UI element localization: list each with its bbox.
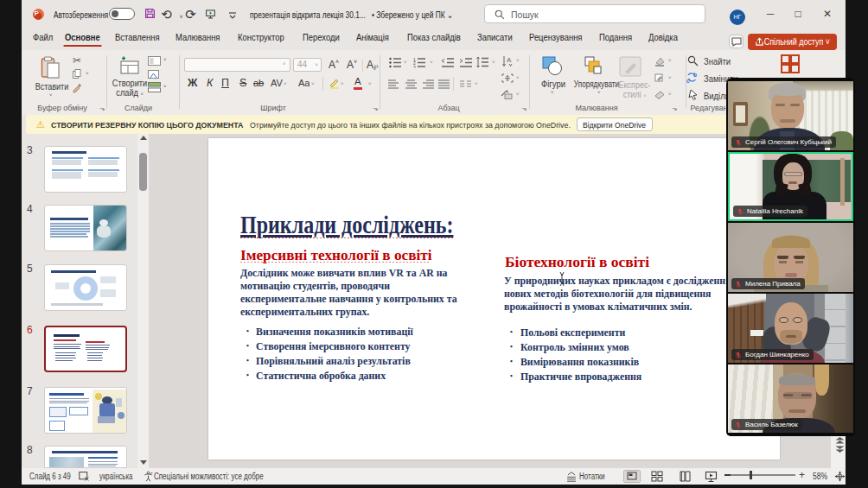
svg-text:A: A [507,56,512,64]
svg-text:c: c [686,78,690,84]
svg-text:b: b [693,72,697,78]
svg-text:3: 3 [413,65,416,69]
